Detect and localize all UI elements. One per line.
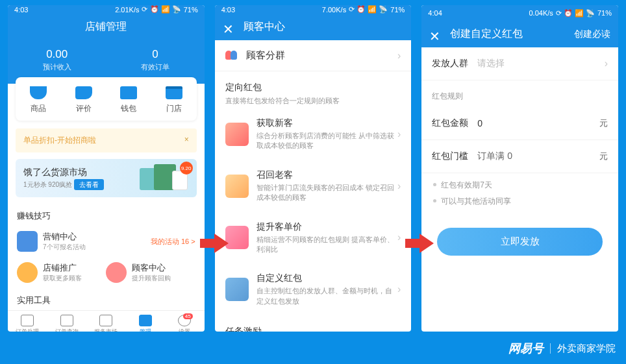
arrow-icon: [405, 234, 434, 253]
grid-marketing[interactable]: 营销中心 7个可报名活动: [17, 226, 106, 257]
store-icon: [166, 86, 182, 99]
goods-icon: [30, 86, 47, 99]
nav-badge: 45: [183, 313, 193, 319]
section-tools: 实用工具: [8, 288, 205, 310]
header: ✕ 创建自定义红包 创建必读: [421, 21, 618, 47]
promotion-icon: [17, 262, 38, 283]
rule-section: 红包规则: [421, 80, 618, 107]
price-icon: [225, 226, 249, 249]
quick-tabs: 商品 评价 钱包 门店: [16, 77, 197, 121]
chevron-right-icon: ›: [397, 180, 401, 192]
section-redpacket: 定向红包 直接将红包发给符合一定规则的顾客: [215, 71, 412, 108]
new-customer-icon: [225, 123, 249, 146]
header: ✕ 顾客中心: [215, 14, 412, 40]
threshold-input[interactable]: 订单满 0: [477, 151, 599, 162]
manage-icon: [139, 315, 152, 326]
wallet-icon: [120, 86, 137, 99]
header-action[interactable]: 创建必读: [574, 29, 610, 40]
arrow-icon: [200, 234, 229, 253]
close-icon[interactable]: ✕: [223, 21, 234, 37]
customer-icon: [106, 262, 127, 283]
query-icon: [60, 315, 73, 326]
orders-icon: [21, 315, 34, 326]
status-bar: 4:03 2.01K/s ⟳ ⏰ 📶 📡 71%: [8, 5, 205, 14]
marketing-icon: [17, 231, 38, 252]
row-groups[interactable]: 顾客分群 ›: [215, 40, 412, 71]
nav-settings[interactable]: 设置45: [165, 315, 205, 332]
item-recall[interactable]: 召回老客智能计算门店流失顾客的召回成本 锁定召回成本较低的顾客 ›: [215, 160, 412, 212]
chevron-right-icon: ›: [397, 50, 401, 62]
section-task: 任务激励 顾客完成制定任务，即可领取红包: [215, 315, 412, 332]
banner[interactable]: 饿了么货源市场 1元秒杀 920疯抢 去看看 9.20: [16, 159, 197, 197]
rule-notes: 红包有效期7天 可以与其他活动同享: [421, 173, 618, 221]
page-title: 顾客中心: [244, 20, 403, 34]
nav-query[interactable]: 订单查询: [47, 315, 87, 332]
recall-icon: [225, 175, 249, 198]
close-icon[interactable]: ×: [184, 135, 189, 146]
custom-icon: [225, 278, 249, 301]
watermark: 网易号 外卖商家学院: [508, 341, 616, 356]
people-icon: [225, 51, 240, 61]
row-target[interactable]: 发放人群 请选择 ›: [421, 47, 618, 80]
header: 店铺管理: [8, 14, 205, 40]
grid-activity-link[interactable]: 我的活动 16 >: [106, 226, 195, 257]
screen-create-redpacket: 4:04 0.04K/s⟳ ⏰ 📶 📡71% ✕ 创建自定义红包 创建必读 发放…: [421, 5, 618, 332]
item-custom-redpacket[interactable]: 自定义红包自主控制红包的发放人群、金额与时机，自定义红包发放 ›: [215, 263, 412, 315]
notice-bar[interactable]: 单品折扣-开始招商啦 ×: [16, 128, 197, 152]
screen-customer-center: 4:03 7.00K/s⟳ ⏰ 📶 📡71% ✕ 顾客中心 顾客分群 › 定向红…: [215, 5, 412, 332]
banner-deco: 9.20: [140, 164, 192, 197]
nav-manage[interactable]: 管理: [126, 315, 166, 332]
chevron-right-icon: ›: [397, 284, 401, 295]
chevron-right-icon: ›: [397, 128, 401, 140]
grid-promotion[interactable]: 店铺推广 获取更多顾客: [17, 257, 106, 288]
page-title: 店铺管理: [17, 20, 195, 34]
item-increase-price[interactable]: 提升客单价精细运营不同顾客的红包规则 提高客单价、利润比 ›: [215, 212, 412, 264]
chevron-right-icon: ›: [605, 58, 608, 69]
row-threshold[interactable]: 红包门槛 订单满 0 元: [421, 140, 618, 173]
status-bar: 4:03 7.00K/s⟳ ⏰ 📶 📡71%: [215, 5, 412, 14]
stat-revenue[interactable]: 0.00 预计收入: [8, 48, 106, 72]
nav-market[interactable]: 服务市场: [86, 315, 126, 332]
status-time: 4:03: [14, 6, 28, 14]
submit-button[interactable]: 立即发放: [437, 228, 603, 256]
row-amount[interactable]: 红包金额 0 元: [421, 107, 618, 140]
nav-orders[interactable]: 订单处理: [8, 315, 47, 332]
svg-marker-0: [200, 234, 229, 253]
bottom-nav: 订单处理 订单查询 服务市场 管理 设置45: [8, 310, 205, 332]
screen-shop-manage: 4:03 2.01K/s ⟳ ⏰ 📶 📡 71% 店铺管理 0.00 预计收入 …: [8, 5, 205, 332]
amount-input[interactable]: 0: [477, 118, 599, 128]
chevron-right-icon: ›: [397, 232, 401, 243]
banner-button[interactable]: 去看看: [74, 179, 104, 190]
section-earn: 赚钱技巧: [8, 204, 205, 226]
reviews-icon: [75, 86, 92, 99]
grid-customer[interactable]: 顾客中心 提升顾客回购: [106, 257, 195, 288]
tab-reviews[interactable]: 评价: [61, 86, 106, 114]
tab-store[interactable]: 门店: [151, 86, 197, 114]
status-bar: 4:04 0.04K/s⟳ ⏰ 📶 📡71%: [421, 5, 618, 21]
page-title: 创建自定义红包: [450, 27, 523, 41]
item-new-customer[interactable]: 获取新客综合分析顾客到店消费的可能性 从中筛选获取成本较低的顾客 ›: [215, 108, 412, 160]
tab-wallet[interactable]: 钱包: [106, 86, 151, 114]
tab-goods[interactable]: 商品: [16, 86, 61, 114]
stat-orders[interactable]: 0 有效订单: [106, 48, 204, 72]
svg-marker-1: [405, 234, 434, 253]
market-icon: [99, 315, 112, 326]
close-icon[interactable]: ✕: [429, 29, 440, 44]
